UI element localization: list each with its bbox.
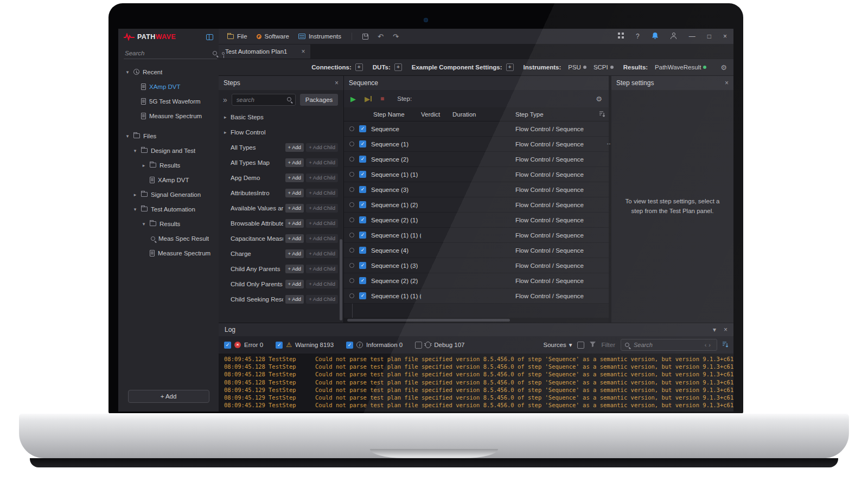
table-row[interactable]: ✓ Sequence (1) (1) (1) Flow Control / Se…: [344, 228, 609, 243]
chevron-down-icon[interactable]: ▾: [125, 69, 130, 75]
help-button[interactable]: ?: [636, 33, 640, 40]
column-step-name[interactable]: Step Name: [344, 111, 421, 118]
list-item[interactable]: Child Seeking Resource + Add + Add Child: [219, 292, 343, 307]
add-step-button[interactable]: + Add: [285, 204, 304, 213]
add-step-button[interactable]: + Add: [285, 265, 304, 273]
sequence-horizontal-scrollbar[interactable]: [344, 318, 609, 323]
add-step-button[interactable]: + Add: [285, 219, 304, 228]
add-child-step-button[interactable]: + Add Child: [306, 295, 338, 304]
file-menu-button[interactable]: File: [225, 33, 250, 40]
list-item[interactable]: Child Any Parents + Add + Add Child: [219, 261, 343, 277]
table-row[interactable]: ✓ Sequence (1) (2) Flow Control / Sequen…: [344, 197, 609, 213]
chevron-down-icon[interactable]: ▾: [132, 207, 138, 212]
breakpoint-circle-icon[interactable]: [349, 202, 354, 207]
tab-test-automation-plan1[interactable]: Test Automation Plan1 ×: [219, 44, 310, 59]
add-child-step-button[interactable]: + Add Child: [306, 143, 338, 152]
sidebar-item-test-automation[interactable]: ▾ Test Automation: [118, 202, 219, 216]
log-sort-filter-button[interactable]: [723, 342, 728, 349]
add-child-step-button[interactable]: + Add Child: [306, 280, 338, 288]
add-child-step-button[interactable]: + Add Child: [306, 158, 338, 167]
sidebar-item-design-and-test[interactable]: ▾ Design and Test: [118, 143, 219, 158]
sidebar-item-signal-generation[interactable]: ▸ Signal Generation: [118, 187, 219, 202]
log-search-input[interactable]: [633, 341, 701, 349]
add-child-step-button[interactable]: + Add Child: [306, 174, 338, 182]
list-item[interactable]: AttributesIntro + Add + Add Child: [219, 185, 343, 201]
sidebar-item-xamp-dvt-file[interactable]: XAmp DVT: [118, 172, 219, 187]
breakpoint-circle-icon[interactable]: [349, 278, 354, 283]
sidebar-search-input[interactable]: [124, 49, 210, 57]
step-enabled-checkbox[interactable]: ✓: [359, 216, 366, 223]
sequence-settings-gear[interactable]: ⚙: [596, 95, 602, 103]
close-window-button[interactable]: ×: [723, 33, 727, 40]
sidebar-item-results-automation[interactable]: ▾ Results: [118, 216, 219, 231]
sidebar-item-files[interactable]: ▾ Files: [118, 129, 219, 143]
sidebar-item-measure-spectrum[interactable]: Measure Spectrum: [118, 108, 219, 123]
toggle-panel-icon[interactable]: [206, 34, 213, 40]
breakpoint-circle-icon[interactable]: [349, 187, 354, 192]
sidebar-item-measure-spectrum-file[interactable]: Measure Spectrum: [118, 246, 219, 260]
add-component-setting-button[interactable]: +: [506, 63, 514, 71]
close-panel-icon[interactable]: ×: [335, 79, 339, 87]
steps-scrollbar[interactable]: [339, 112, 343, 321]
log-row[interactable]: 08:09:45.129 TestStep Could not parse te…: [219, 386, 733, 394]
add-step-button[interactable]: + Add: [285, 234, 304, 243]
breakpoint-circle-icon[interactable]: [349, 142, 354, 146]
close-log-icon[interactable]: ×: [724, 326, 727, 333]
chevron-right-icon[interactable]: ▸: [141, 163, 146, 168]
sidebar-item-recent[interactable]: ▾ Recent: [118, 65, 219, 79]
table-row[interactable]: ✓ Sequence Flow Control / Sequence: [344, 121, 609, 137]
table-row[interactable]: ✓ Sequence (3) Flow Control / Sequence: [344, 182, 609, 197]
stop-button[interactable]: ■: [380, 95, 384, 102]
breakpoint-circle-icon[interactable]: [349, 233, 354, 237]
step-enabled-checkbox[interactable]: ✓: [359, 292, 366, 299]
table-row[interactable]: ✓ Sequence (2) (2) Flow Control / Sequen…: [344, 273, 609, 288]
step-over-button[interactable]: ▶: [365, 95, 372, 103]
add-step-button[interactable]: + Add: [285, 295, 304, 304]
add-step-button[interactable]: + Add: [285, 280, 304, 288]
step-enabled-checkbox[interactable]: ✓: [359, 156, 366, 163]
step-enabled-checkbox[interactable]: ✓: [359, 262, 366, 269]
instruments-menu-button[interactable]: Instruments: [296, 33, 343, 40]
breakpoint-circle-icon[interactable]: [349, 172, 354, 177]
log-row[interactable]: 08:09:45.129 TestStep Could not parse te…: [219, 394, 733, 401]
undo-button[interactable]: ↶: [375, 33, 386, 41]
list-item[interactable]: All Types Map + Add + Add Child: [219, 155, 343, 170]
collapse-log-icon[interactable]: ▾: [713, 326, 716, 333]
filter-information[interactable]: ✓ i Information 0: [346, 342, 403, 349]
chevron-down-icon[interactable]: ▾: [141, 221, 146, 227]
log-row[interactable]: 08:09:45.128 TestStep Could not parse te…: [219, 363, 733, 370]
prev-next-match[interactable]: ‹›: [705, 342, 713, 348]
add-step-button[interactable]: + Add: [285, 143, 304, 152]
filter-warning[interactable]: ✓ ⚠ Warning 8193: [276, 342, 334, 349]
table-row[interactable]: ✓ Sequence (1) (3) Flow Control / Sequen…: [344, 258, 609, 273]
add-step-button[interactable]: + Add: [285, 174, 304, 182]
filter-debug[interactable]: Debug 107: [415, 342, 464, 349]
filter-toggle-checkbox[interactable]: [577, 342, 584, 349]
resize-handle-icon[interactable]: ↔: [606, 140, 611, 146]
warning-checkbox[interactable]: ✓: [276, 342, 283, 349]
table-row[interactable]: ✓ Sequence (4) Flow Control / Sequence: [344, 243, 609, 258]
minimize-button[interactable]: —: [689, 33, 695, 40]
step-enabled-checkbox[interactable]: ✓: [359, 171, 366, 178]
step-enabled-checkbox[interactable]: ✓: [359, 201, 366, 208]
column-duration[interactable]: Duration: [452, 111, 515, 118]
add-button[interactable]: + Add: [128, 390, 209, 403]
redo-button[interactable]: ↷: [391, 33, 401, 41]
add-dut-button[interactable]: +: [394, 63, 402, 71]
list-item[interactable]: Apg Demo + Add + Add Child: [219, 170, 343, 185]
instrument-scpi[interactable]: SCPI: [593, 64, 614, 70]
add-child-step-button[interactable]: + Add Child: [306, 219, 338, 228]
add-connection-button[interactable]: +: [355, 63, 363, 71]
list-item[interactable]: Child Only Parents With + Add + Add Chil…: [219, 277, 343, 292]
chevron-down-icon[interactable]: ▾: [132, 148, 138, 153]
search-icon[interactable]: [213, 51, 217, 55]
instrument-psu[interactable]: PSU: [568, 64, 586, 70]
error-checkbox[interactable]: ✓: [224, 342, 231, 349]
scrollbar-thumb[interactable]: [340, 239, 342, 320]
maximize-button[interactable]: □: [707, 33, 711, 40]
sidebar-item-meas-spec-result[interactable]: Meas Spec Result: [118, 231, 219, 246]
chevron-right-icon[interactable]: ▸: [224, 114, 231, 120]
log-row[interactable]: 08:09:45.128 TestStep Could not parse te…: [219, 355, 733, 363]
notifications-button[interactable]: [652, 32, 659, 41]
step-enabled-checkbox[interactable]: ✓: [359, 186, 366, 193]
